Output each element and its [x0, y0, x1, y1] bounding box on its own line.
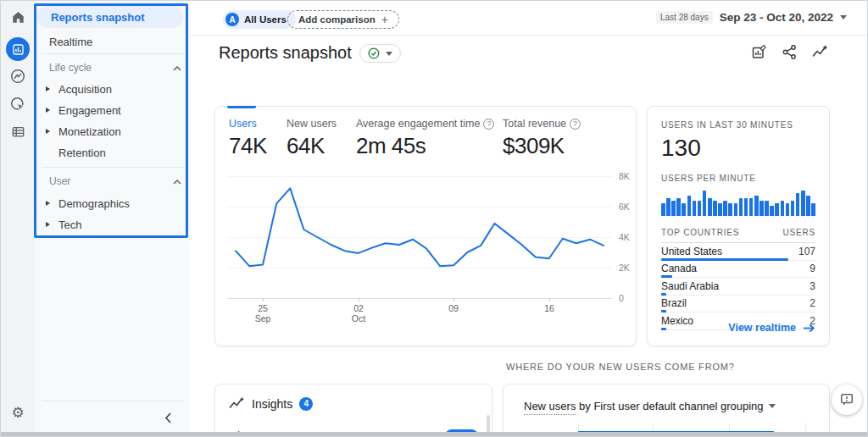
expand-arrow-icon — [46, 129, 50, 134]
view-realtime-link[interactable]: View realtime — [728, 322, 815, 334]
insights-count-badge: 4 — [299, 397, 313, 411]
library-icon[interactable] — [9, 123, 26, 140]
sidebar-item-retention[interactable]: Retention — [35, 142, 183, 163]
sidebar-item-label: Tech — [58, 218, 81, 231]
minute-bar — [723, 201, 727, 216]
sidebar-item-demographics[interactable]: Demographics — [35, 193, 183, 213]
main-content: A All Users Add comparison + Last 28 day… — [190, 1, 867, 436]
minute-bar — [760, 201, 764, 216]
divider — [42, 53, 183, 54]
minute-bar — [693, 201, 697, 216]
sidebar-item-reports-snapshot[interactable]: Reports snapshot — [36, 6, 183, 28]
report-header: Reports snapshot — [190, 36, 867, 71]
minute-bar — [676, 198, 681, 216]
dimension-metric: New users — [524, 400, 576, 415]
sidebar-item-engagement[interactable]: Engagement — [35, 100, 183, 120]
dimension-dropdown[interactable]: New users by First user default channel … — [524, 400, 809, 412]
page-title: Reports snapshot — [219, 43, 352, 63]
insights-sparkline-icon[interactable] — [812, 44, 828, 60]
minute-bar — [728, 203, 732, 216]
minute-bar — [708, 198, 712, 216]
minute-bar — [786, 203, 790, 216]
minute-bar — [770, 206, 774, 216]
chevron-up-icon — [173, 175, 181, 187]
minute-bar — [687, 196, 692, 216]
realtime-card: USERS IN LAST 30 MINUTES 130 USERS PER M… — [647, 106, 830, 346]
arrow-right-icon — [803, 324, 815, 333]
minute-bar — [744, 198, 748, 216]
sidebar-item-label: Realtime — [49, 36, 92, 48]
country-bar — [661, 328, 666, 330]
sidebar-item-label: Demographics — [58, 197, 130, 210]
chevron-up-icon — [173, 62, 181, 74]
users-per-minute-chart — [661, 191, 815, 216]
add-comparison-button[interactable]: Add comparison + — [287, 10, 399, 29]
section-label: User — [49, 175, 70, 187]
expand-arrow-icon — [46, 86, 50, 91]
sidebar-item-monetization[interactable]: Monetization — [35, 121, 183, 141]
plus-icon: + — [381, 13, 388, 26]
collapse-sidebar-icon[interactable] — [160, 410, 175, 425]
minute-bar — [666, 198, 670, 216]
check-circle-icon — [368, 47, 380, 59]
date-range-label: Sep 23 - Oct 20, 2022 — [720, 11, 833, 24]
caret-down-icon — [386, 52, 392, 56]
divider — [42, 401, 183, 401]
country-row: United States 107 — [661, 243, 815, 261]
minute-bar — [801, 191, 805, 216]
audience-chip-all-users[interactable]: A All Users — [223, 10, 296, 29]
minute-bar — [775, 203, 779, 216]
view-realtime-label: View realtime — [728, 322, 796, 334]
minute-bar — [734, 203, 738, 216]
users-per-minute-label: USERS PER MINUTE — [661, 174, 815, 183]
dimension-rest: by First user default channel grouping — [579, 400, 764, 412]
date-range-selector[interactable]: Last 28 days Sep 23 - Oct 20, 2022 — [656, 11, 847, 24]
section-header-life-cycle[interactable]: Life cycle — [35, 59, 181, 76]
explore-icon[interactable] — [9, 68, 26, 85]
minute-bar — [703, 191, 707, 216]
customize-report-icon[interactable] — [751, 44, 767, 60]
minute-bar — [791, 201, 795, 216]
users-last-30-label: USERS IN LAST 30 MINUTES — [661, 120, 815, 130]
advertising-icon[interactable] — [9, 96, 26, 113]
sidebar-item-label: Acquisition — [58, 83, 112, 96]
country-row: Canada 9 — [661, 261, 815, 279]
home-icon[interactable] — [9, 8, 26, 25]
ga4-reports-page: ⚙ Reports snapshot Realtime Life cycle A… — [0, 0, 868, 437]
expand-arrow-icon — [46, 222, 50, 227]
feedback-bubble-icon — [839, 392, 854, 407]
insights-title: Insights — [252, 397, 292, 411]
section-header-user[interactable]: User — [35, 173, 181, 190]
reports-icon[interactable] — [6, 37, 30, 61]
users-line — [236, 188, 604, 266]
minute-bar — [671, 201, 676, 216]
minute-bar — [739, 198, 743, 216]
window-edge — [1, 432, 867, 436]
divider — [42, 167, 183, 168]
report-status-dropdown[interactable] — [359, 44, 401, 63]
minute-bar — [682, 203, 686, 216]
minute-bar — [811, 203, 815, 216]
expand-arrow-icon — [46, 201, 50, 206]
users-line-chart — [215, 107, 637, 347]
countries-table-header: TOP COUNTRIES USERS — [661, 228, 815, 243]
expand-arrow-icon — [46, 108, 50, 113]
admin-gear-icon[interactable]: ⚙ — [9, 404, 26, 421]
sidebar-item-tech[interactable]: Tech — [35, 214, 183, 235]
date-preset-label: Last 28 days — [656, 11, 713, 24]
sidebar-item-realtime[interactable]: Realtime — [35, 30, 183, 53]
sidebar-item-label: Reports snapshot — [51, 11, 145, 24]
insights-card: Insights 4 INSIGHT New — [214, 384, 492, 437]
minute-bar — [754, 196, 759, 216]
sidebar-item-label: Monetization — [58, 125, 121, 138]
caret-down-icon — [840, 15, 847, 19]
minute-bar — [713, 201, 717, 216]
add-comparison-label: Add comparison — [298, 14, 376, 25]
minute-bar — [781, 201, 785, 216]
sidebar-item-acquisition[interactable]: Acquisition — [35, 79, 183, 99]
feedback-button[interactable] — [832, 384, 862, 415]
audience-avatar: A — [225, 13, 239, 26]
share-icon[interactable] — [782, 44, 798, 60]
insights-sparkline-icon — [229, 396, 245, 411]
sidebar-item-label: Engagement — [58, 104, 121, 117]
